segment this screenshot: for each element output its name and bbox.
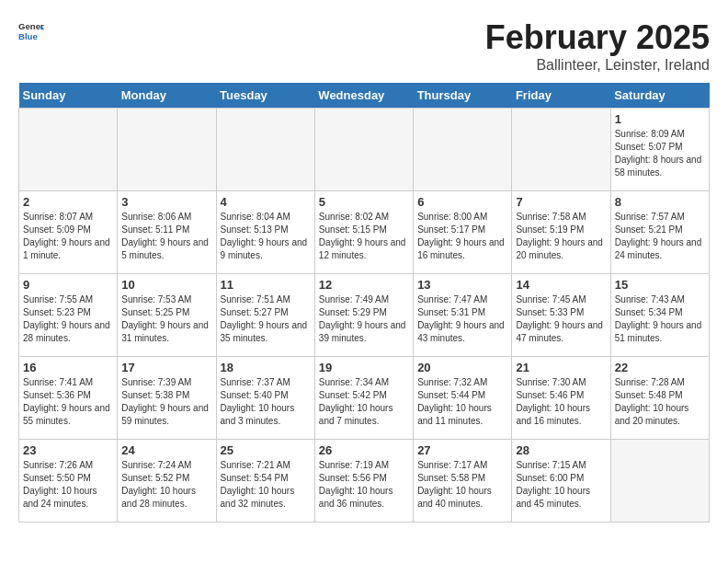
day-number: 17 bbox=[121, 361, 211, 374]
calendar-cell bbox=[414, 109, 512, 191]
calendar-cell: 3Sunrise: 8:06 AM Sunset: 5:11 PM Daylig… bbox=[118, 191, 216, 274]
calendar-week-row: 9Sunrise: 7:55 AM Sunset: 5:23 PM Daylig… bbox=[19, 274, 710, 357]
calendar-week-row: 2Sunrise: 8:07 AM Sunset: 5:09 PM Daylig… bbox=[19, 191, 710, 274]
day-number: 21 bbox=[516, 361, 606, 374]
calendar-cell: 1Sunrise: 8:09 AM Sunset: 5:07 PM Daylig… bbox=[610, 109, 709, 191]
day-number: 19 bbox=[319, 361, 409, 374]
calendar-cell: 25Sunrise: 7:21 AM Sunset: 5:54 PM Dayli… bbox=[216, 440, 314, 523]
day-number: 23 bbox=[23, 443, 113, 457]
day-info: Sunrise: 7:17 AM Sunset: 5:58 PM Dayligh… bbox=[417, 459, 507, 511]
day-info: Sunrise: 7:47 AM Sunset: 5:31 PM Dayligh… bbox=[417, 293, 507, 345]
day-number: 6 bbox=[417, 195, 507, 209]
day-number: 10 bbox=[121, 278, 211, 292]
calendar-cell: 17Sunrise: 7:39 AM Sunset: 5:38 PM Dayli… bbox=[118, 357, 216, 440]
day-info: Sunrise: 8:00 AM Sunset: 5:17 PM Dayligh… bbox=[417, 211, 507, 262]
day-number: 20 bbox=[417, 361, 507, 374]
day-number: 16 bbox=[23, 361, 113, 374]
day-number: 13 bbox=[417, 278, 507, 292]
day-info: Sunrise: 7:32 AM Sunset: 5:44 PM Dayligh… bbox=[417, 376, 507, 428]
day-info: Sunrise: 7:41 AM Sunset: 5:36 PM Dayligh… bbox=[23, 376, 113, 428]
day-info: Sunrise: 8:02 AM Sunset: 5:15 PM Dayligh… bbox=[319, 211, 409, 262]
day-info: Sunrise: 7:49 AM Sunset: 5:29 PM Dayligh… bbox=[319, 293, 409, 345]
day-info: Sunrise: 7:15 AM Sunset: 6:00 PM Dayligh… bbox=[516, 459, 606, 511]
calendar-cell bbox=[314, 109, 413, 191]
location-subtitle: Ballinteer, Leinster, Ireland bbox=[485, 57, 710, 74]
day-number: 5 bbox=[319, 195, 409, 209]
calendar-cell: 2Sunrise: 8:07 AM Sunset: 5:09 PM Daylig… bbox=[19, 191, 118, 274]
calendar-week-row: 23Sunrise: 7:26 AM Sunset: 5:50 PM Dayli… bbox=[19, 440, 710, 523]
calendar-cell: 11Sunrise: 7:51 AM Sunset: 5:27 PM Dayli… bbox=[216, 274, 314, 357]
day-number: 2 bbox=[23, 195, 113, 209]
svg-text:Blue: Blue bbox=[18, 31, 38, 41]
day-number: 18 bbox=[221, 361, 311, 374]
day-info: Sunrise: 7:57 AM Sunset: 5:21 PM Dayligh… bbox=[615, 211, 705, 262]
day-number: 9 bbox=[23, 278, 113, 292]
day-number: 25 bbox=[221, 443, 311, 457]
calendar-cell: 12Sunrise: 7:49 AM Sunset: 5:29 PM Dayli… bbox=[314, 274, 413, 357]
calendar-week-row: 16Sunrise: 7:41 AM Sunset: 5:36 PM Dayli… bbox=[19, 357, 710, 440]
day-number: 14 bbox=[516, 278, 606, 292]
calendar-cell: 15Sunrise: 7:43 AM Sunset: 5:34 PM Dayli… bbox=[610, 274, 709, 357]
calendar-cell: 5Sunrise: 8:02 AM Sunset: 5:15 PM Daylig… bbox=[314, 191, 413, 274]
calendar-cell bbox=[610, 440, 709, 523]
day-header-monday: Monday bbox=[118, 83, 216, 109]
calendar-header-row: SundayMondayTuesdayWednesdayThursdayFrid… bbox=[19, 83, 710, 109]
day-header-tuesday: Tuesday bbox=[216, 83, 314, 109]
header: General Blue February 2025 Ballinteer, L… bbox=[18, 18, 710, 74]
calendar-cell: 24Sunrise: 7:24 AM Sunset: 5:52 PM Dayli… bbox=[118, 440, 216, 523]
day-info: Sunrise: 8:04 AM Sunset: 5:13 PM Dayligh… bbox=[221, 211, 311, 262]
day-number: 26 bbox=[319, 443, 409, 457]
day-info: Sunrise: 7:43 AM Sunset: 5:34 PM Dayligh… bbox=[615, 293, 705, 345]
calendar-cell: 20Sunrise: 7:32 AM Sunset: 5:44 PM Dayli… bbox=[414, 357, 512, 440]
calendar-cell: 28Sunrise: 7:15 AM Sunset: 6:00 PM Dayli… bbox=[512, 440, 610, 523]
day-info: Sunrise: 7:19 AM Sunset: 5:56 PM Dayligh… bbox=[319, 459, 409, 511]
day-number: 22 bbox=[615, 361, 705, 374]
calendar-cell: 19Sunrise: 7:34 AM Sunset: 5:42 PM Dayli… bbox=[314, 357, 413, 440]
calendar-table: SundayMondayTuesdayWednesdayThursdayFrid… bbox=[18, 83, 710, 523]
calendar-cell: 22Sunrise: 7:28 AM Sunset: 5:48 PM Dayli… bbox=[610, 357, 709, 440]
calendar-cell bbox=[216, 109, 314, 191]
title-area: February 2025 Ballinteer, Leinster, Irel… bbox=[485, 18, 710, 74]
day-info: Sunrise: 7:39 AM Sunset: 5:38 PM Dayligh… bbox=[121, 376, 211, 428]
calendar-cell: 26Sunrise: 7:19 AM Sunset: 5:56 PM Dayli… bbox=[314, 440, 413, 523]
day-number: 28 bbox=[516, 443, 606, 457]
day-info: Sunrise: 7:58 AM Sunset: 5:19 PM Dayligh… bbox=[516, 211, 606, 262]
day-number: 1 bbox=[615, 112, 705, 126]
calendar-cell: 8Sunrise: 7:57 AM Sunset: 5:21 PM Daylig… bbox=[610, 191, 709, 274]
calendar-cell bbox=[19, 109, 118, 191]
day-header-sunday: Sunday bbox=[19, 83, 118, 109]
day-info: Sunrise: 8:07 AM Sunset: 5:09 PM Dayligh… bbox=[23, 211, 113, 262]
day-info: Sunrise: 7:45 AM Sunset: 5:33 PM Dayligh… bbox=[516, 293, 606, 345]
day-info: Sunrise: 7:53 AM Sunset: 5:25 PM Dayligh… bbox=[121, 293, 211, 345]
day-number: 15 bbox=[615, 278, 705, 292]
calendar-cell: 10Sunrise: 7:53 AM Sunset: 5:25 PM Dayli… bbox=[118, 274, 216, 357]
calendar-cell: 13Sunrise: 7:47 AM Sunset: 5:31 PM Dayli… bbox=[414, 274, 512, 357]
day-number: 3 bbox=[121, 195, 211, 209]
day-number: 4 bbox=[221, 195, 311, 209]
day-number: 7 bbox=[516, 195, 606, 209]
day-info: Sunrise: 7:34 AM Sunset: 5:42 PM Dayligh… bbox=[319, 376, 409, 428]
svg-text:General: General bbox=[18, 21, 44, 31]
calendar-cell: 9Sunrise: 7:55 AM Sunset: 5:23 PM Daylig… bbox=[19, 274, 118, 357]
day-header-thursday: Thursday bbox=[414, 83, 512, 109]
day-number: 8 bbox=[615, 195, 705, 209]
calendar-week-row: 1Sunrise: 8:09 AM Sunset: 5:07 PM Daylig… bbox=[19, 109, 710, 191]
day-info: Sunrise: 7:55 AM Sunset: 5:23 PM Dayligh… bbox=[23, 293, 113, 345]
calendar-cell: 6Sunrise: 8:00 AM Sunset: 5:17 PM Daylig… bbox=[414, 191, 512, 274]
calendar-cell: 14Sunrise: 7:45 AM Sunset: 5:33 PM Dayli… bbox=[512, 274, 610, 357]
calendar-cell: 16Sunrise: 7:41 AM Sunset: 5:36 PM Dayli… bbox=[19, 357, 118, 440]
calendar-cell bbox=[118, 109, 216, 191]
day-number: 24 bbox=[121, 443, 211, 457]
day-number: 27 bbox=[417, 443, 507, 457]
logo: General Blue bbox=[18, 18, 44, 44]
calendar-cell: 23Sunrise: 7:26 AM Sunset: 5:50 PM Dayli… bbox=[19, 440, 118, 523]
day-info: Sunrise: 8:06 AM Sunset: 5:11 PM Dayligh… bbox=[121, 211, 211, 262]
calendar-cell bbox=[512, 109, 610, 191]
day-header-friday: Friday bbox=[512, 83, 610, 109]
day-number: 11 bbox=[221, 278, 311, 292]
day-info: Sunrise: 7:30 AM Sunset: 5:46 PM Dayligh… bbox=[516, 376, 606, 428]
day-header-saturday: Saturday bbox=[610, 83, 709, 109]
calendar-cell: 4Sunrise: 8:04 AM Sunset: 5:13 PM Daylig… bbox=[216, 191, 314, 274]
day-info: Sunrise: 7:28 AM Sunset: 5:48 PM Dayligh… bbox=[615, 376, 705, 428]
day-info: Sunrise: 8:09 AM Sunset: 5:07 PM Dayligh… bbox=[615, 128, 705, 179]
